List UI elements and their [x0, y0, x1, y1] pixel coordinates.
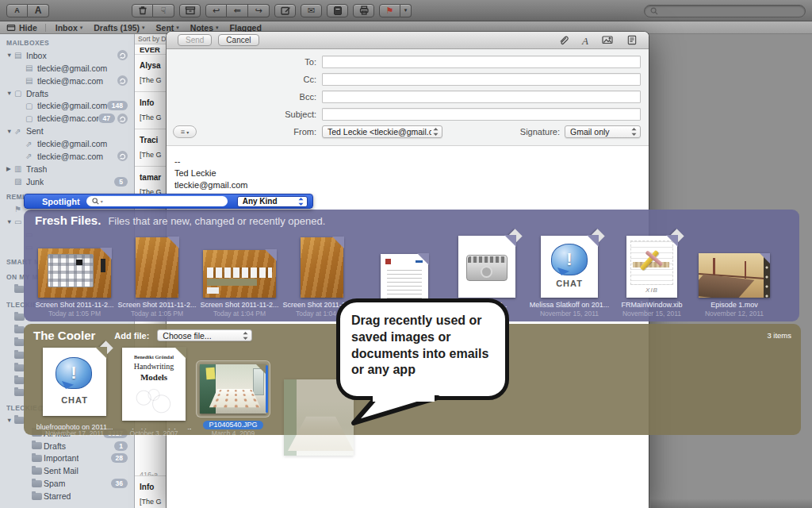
- forward-button[interactable]: ↪: [248, 4, 270, 17]
- reply-all-button[interactable]: ⇚: [227, 4, 248, 17]
- new-message-button[interactable]: [274, 4, 296, 17]
- flag-menu-button[interactable]: ▾: [400, 4, 412, 17]
- mailbox-icon: folder: [32, 442, 42, 449]
- send-button[interactable]: Send: [178, 34, 212, 46]
- sidebar-row[interactable]: ⇗ tleckie@mac.com: [0, 150, 134, 163]
- disclosure-triangle[interactable]: ▼: [6, 417, 14, 424]
- stationery-button[interactable]: [626, 34, 638, 46]
- sidebar-row[interactable]: ▼ ▤ Inbox: [0, 49, 134, 62]
- message-row[interactable]: Info [The G Applic 3pm. T: [135, 476, 166, 508]
- thumbnail-decor: [210, 389, 261, 407]
- to-field[interactable]: [322, 56, 641, 68]
- file-thumbnail[interactable]: ! CHAT XIB: [699, 253, 770, 298]
- cancel-button[interactable]: Cancel: [218, 34, 259, 46]
- kind-filter-select[interactable]: Any Kind: [237, 196, 308, 207]
- signature-select[interactable]: Gmail only: [565, 125, 641, 138]
- file-thumbnail[interactable]: ! CHAT Benedikt Gröndal Handwriting Mode…: [122, 348, 186, 421]
- choose-file-select[interactable]: Choose file...: [157, 329, 252, 341]
- file-thumbnail[interactable]: ! CHAT XIB: [136, 237, 178, 298]
- file-item[interactable]: ! CHAT XIB S: [116, 229, 198, 318]
- message-row[interactable]: 416-a: [135, 435, 166, 476]
- file-item[interactable]: ! CHAT XIB E: [693, 229, 776, 318]
- forward-icon: ↪: [255, 6, 262, 16]
- message-row[interactable]: EVER: [135, 44, 166, 55]
- subject-line: [The G: [140, 498, 162, 506]
- sidebar-row[interactable]: folder Spam 36: [0, 477, 134, 490]
- printer-icon: [358, 5, 370, 16]
- favorite-mailbox-item[interactable]: Flagged: [230, 23, 264, 33]
- junk-button[interactable]: ☟: [153, 4, 174, 17]
- attach-button[interactable]: [557, 34, 569, 46]
- sidebar-row[interactable]: ▼ ⇗ Sent: [0, 125, 134, 137]
- hide-button[interactable]: Hide: [6, 23, 37, 33]
- file-item[interactable]: ! CHAT Benedikt Gröndal Handwriting Mode…: [193, 344, 273, 437]
- message-row[interactable]: Info [The G Dear C gettin: [135, 92, 166, 129]
- disclosure-triangle[interactable]: ▼: [6, 52, 14, 59]
- disclosure-triangle[interactable]: ▼: [6, 90, 14, 97]
- bcc-field[interactable]: [322, 90, 641, 103]
- file-thumbnail[interactable]: ! CHAT XIB: [301, 237, 343, 298]
- message-row[interactable]: Alysa [The G I'd like: [135, 55, 166, 92]
- disclosure-triangle[interactable]: ▼: [6, 218, 14, 225]
- favorite-mailbox-item[interactable]: Notes ▾: [190, 23, 219, 33]
- file-thumbnail[interactable]: ! CHAT XIB: [541, 236, 598, 298]
- archive-button[interactable]: [179, 4, 201, 17]
- sidebar-row[interactable]: folder Sent Mail: [0, 464, 134, 477]
- sidebar-row[interactable]: ▤ tleckie@gmail.com: [0, 62, 134, 75]
- file-item[interactable]: ! CHAT XIB S: [33, 229, 116, 318]
- message-row[interactable]: Traci [The G Me too 10:24: [135, 129, 166, 167]
- file-thumbnail[interactable]: ! CHAT Benedikt Gröndal Handwriting Mode…: [43, 348, 106, 416]
- file-thumbnail[interactable]: ! CHAT Benedikt Gröndal Handwriting Mode…: [200, 364, 266, 414]
- reply-button[interactable]: ↩: [205, 4, 227, 17]
- file-thumbnail[interactable]: ! CHAT XIB: [626, 236, 677, 298]
- pdf-title-text: Models: [122, 372, 186, 382]
- get-mail-button[interactable]: ✉: [301, 4, 322, 17]
- spotlight-search-input[interactable]: [86, 196, 228, 206]
- sidebar-row[interactable]: ▢ tleckie@mac.com 47: [0, 112, 134, 125]
- photo-browser-button[interactable]: [601, 34, 614, 46]
- sidebar-row[interactable]: ▤ tleckie@mac.com: [0, 75, 134, 87]
- sidebar-row[interactable]: folder Important 28: [0, 452, 134, 465]
- disclosure-triangle[interactable]: ▶: [6, 165, 14, 172]
- sidebar-row[interactable]: ⇗ tleckie@gmail.com: [0, 137, 134, 150]
- file-item[interactable]: ! CHAT XIB M: [528, 229, 611, 318]
- sidebar-row[interactable]: folder Drafts 1: [0, 440, 134, 452]
- toolbar-search[interactable]: [644, 5, 806, 17]
- spotlight-bar: Spotlight ▾ Any Kind: [24, 194, 313, 209]
- sidebar-row[interactable]: ▨ Junk 5: [0, 175, 134, 188]
- sidebar-row[interactable]: ▼ ▢ Drafts: [0, 87, 134, 100]
- file-thumbnail[interactable]: ! CHAT XIB: [203, 250, 276, 298]
- print-button[interactable]: [353, 4, 374, 17]
- sidebar-row[interactable]: MAILBOXES: [0, 37, 134, 49]
- to-label: To:: [167, 57, 322, 67]
- favorite-mailbox-item[interactable]: Sent ▾: [156, 23, 179, 33]
- subject-field[interactable]: [322, 108, 641, 121]
- note-button[interactable]: [327, 4, 348, 17]
- from-select[interactable]: Ted Leckie <tleckie@gmail.com>: [322, 125, 442, 138]
- smaller-text-button[interactable]: A: [6, 4, 28, 17]
- search-icon: ▾: [91, 197, 103, 206]
- file-item[interactable]: ! CHAT Benedikt Gröndal Handwriting Mode…: [114, 344, 193, 437]
- file-thumbnail[interactable]: ! CHAT XIB: [458, 236, 515, 298]
- from-value: Ted Leckie <tleckie@gmail.com>: [327, 127, 431, 137]
- cc-field[interactable]: [322, 73, 641, 86]
- file-thumbnail[interactable]: ! CHAT XIB: [38, 248, 111, 298]
- file-item[interactable]: ! CHAT XIB S: [198, 229, 281, 318]
- mailbox-label: Junk: [26, 177, 44, 187]
- flag-button[interactable]: ⚑: [379, 4, 400, 17]
- header-options-button[interactable]: ≡ ▾: [173, 125, 197, 138]
- file-item[interactable]: ! CHAT Benedikt Gröndal Handwriting Mode…: [35, 344, 114, 437]
- favorite-mailbox-item[interactable]: Drafts (195) ▾: [94, 23, 144, 33]
- sort-header[interactable]: Sort by D: [135, 34, 166, 44]
- sidebar-row[interactable]: ▢ tleckie@gmail.com 148: [0, 99, 134, 112]
- favorite-mailbox-item[interactable]: Inbox ▾: [56, 23, 83, 33]
- file-item[interactable]: ! CHAT XIB F: [611, 229, 693, 318]
- delete-button[interactable]: [132, 4, 153, 17]
- sidebar-row[interactable]: folder Starred: [0, 490, 134, 502]
- disclosure-triangle[interactable]: ▼: [6, 128, 14, 135]
- larger-text-button[interactable]: A: [28, 4, 49, 17]
- sidebar-row[interactable]: ▶ ▥ Trash: [0, 163, 134, 175]
- fonts-button[interactable]: A: [582, 33, 588, 48]
- compose-header[interactable]: Send Cancel A: [167, 32, 649, 49]
- compose-body[interactable]: -- Ted Leckie tleckie@gmail.com: [167, 146, 649, 201]
